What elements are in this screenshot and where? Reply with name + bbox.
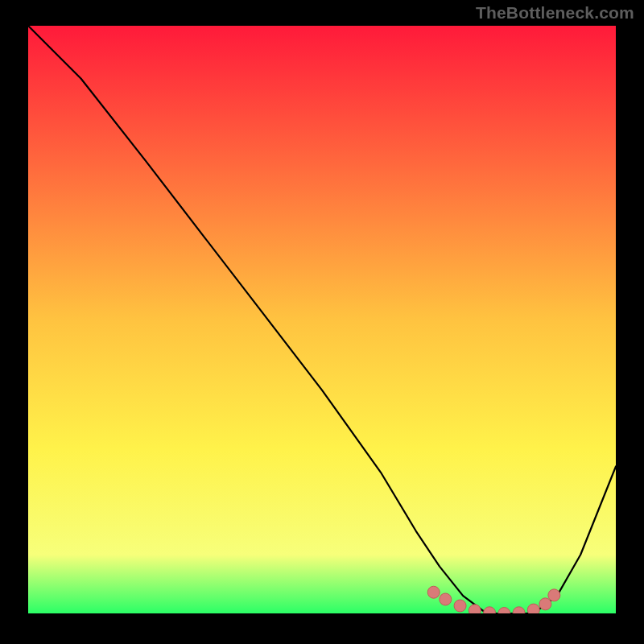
optimal-marker: [539, 598, 551, 610]
optimal-marker: [548, 589, 560, 601]
bottleneck-plot: [28, 26, 616, 613]
optimal-marker: [527, 604, 539, 613]
plot-svg: [28, 26, 616, 613]
chart-frame: TheBottleneck.com: [0, 0, 644, 644]
optimal-marker: [440, 593, 452, 605]
gradient-background: [28, 26, 616, 613]
optimal-marker: [454, 600, 466, 612]
optimal-marker: [469, 605, 481, 613]
optimal-marker: [427, 586, 440, 598]
watermark-text: TheBottleneck.com: [476, 3, 634, 23]
